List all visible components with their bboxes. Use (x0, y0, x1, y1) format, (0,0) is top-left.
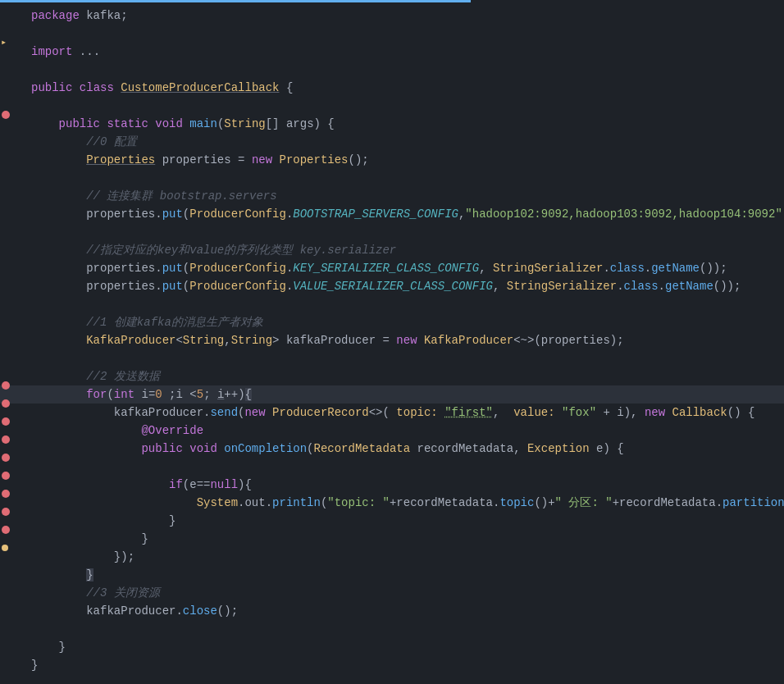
breakpoint-29 (2, 508, 10, 516)
code-5: public class CustomeProducerCallback { (23, 79, 784, 97)
line-21: //2 发送数据 (0, 367, 784, 385)
line-26 (0, 458, 784, 476)
line-23: kafkaProducer.send(new ProducerRecord<>(… (0, 404, 784, 422)
code-35 (23, 620, 784, 638)
line-7: public static void main(String[] args) { (0, 115, 784, 133)
fold-arrow-3: ▸ (1, 34, 7, 52)
code-19: KafkaProducer<String,String> kafkaProduc… (23, 331, 784, 349)
code-20 (23, 349, 784, 367)
breakpoint-28 (2, 490, 10, 498)
code-26 (23, 458, 784, 476)
line-16: properties.put(ProducerConfig.VALUE_SERI… (0, 277, 784, 295)
line-18: //1 创建kafka的消息生产者对象 (0, 313, 784, 331)
line-4 (0, 61, 784, 79)
line-9: Properties properties = new Properties()… (0, 151, 784, 169)
code-21: //2 发送数据 (23, 367, 784, 385)
line-8: //0 配置 (0, 133, 784, 151)
line-35 (0, 620, 784, 638)
line-10 (0, 169, 784, 187)
line-17 (0, 295, 784, 313)
code-23: kafkaProducer.send(new ProducerRecord<>(… (23, 404, 784, 422)
code-12: properties.put(ProducerConfig.BOOTSTRAP_… (23, 205, 784, 223)
line-13 (0, 223, 784, 241)
code-16: properties.put(ProducerConfig.VALUE_SERI… (23, 277, 784, 295)
line-15: properties.put(ProducerConfig.KEY_SERIAL… (0, 259, 784, 277)
code-28: System.out.println("topic: "+recordMetad… (23, 494, 784, 512)
code-34: kafkaProducer.close(); (23, 602, 784, 620)
code-3: import ... (23, 43, 784, 61)
line-19: KafkaProducer<String,String> kafkaProduc… (0, 331, 784, 349)
code-30: } (23, 530, 784, 548)
line-20 (0, 349, 784, 367)
line-3: ▸ import ... (0, 43, 784, 61)
line-12: properties.put(ProducerConfig.BOOTSTRAP_… (0, 205, 784, 223)
code-1: package kafka; (23, 7, 784, 25)
line-34: kafkaProducer.close(); (0, 602, 784, 620)
code-17 (23, 295, 784, 313)
code-22: for(int i=0 ;i <5; i++){ (23, 385, 784, 404)
line-6 (0, 97, 784, 115)
code-10 (23, 169, 784, 187)
code-25: public void onCompletion(RecordMetadata … (23, 440, 784, 458)
line-24: @Override (0, 422, 784, 440)
progress-bar (0, 0, 784, 2)
code-6 (23, 97, 784, 115)
line-27: if(e==null){ (0, 476, 784, 494)
line-2 (0, 25, 784, 43)
code-18: //1 创建kafka的消息生产者对象 (23, 313, 784, 331)
line-33: //3 关闭资源 (0, 584, 784, 602)
code-2 (23, 25, 784, 43)
breakpoint-27 (2, 472, 10, 480)
line-25: public void onCompletion(RecordMetadata … (0, 440, 784, 458)
breakpoint-25 (2, 435, 10, 444)
line-5: public class CustomeProducerCallback { (0, 79, 784, 97)
code-32: } (23, 566, 784, 584)
code-4 (23, 61, 784, 79)
line-1: package kafka; (0, 7, 784, 25)
code-37: } (23, 656, 784, 674)
code-13 (23, 223, 784, 241)
breakpoint-26 (2, 454, 10, 462)
code-33: //3 关闭资源 (23, 584, 784, 602)
code-8: //0 配置 (23, 133, 784, 151)
line-36: } (0, 638, 784, 656)
breakpoint-31 (2, 545, 8, 551)
code-15: properties.put(ProducerConfig.KEY_SERIAL… (23, 259, 784, 277)
code-36: } (23, 638, 784, 656)
code-editor: package kafka; ▸ import ... public class… (0, 0, 784, 684)
breakpoint-23 (2, 399, 10, 408)
line-31: }); (0, 548, 784, 566)
line-11: // 连接集群 bootstrap.servers (0, 187, 784, 205)
breakpoint-22 (2, 381, 10, 390)
code-31: }); (23, 548, 784, 566)
code-29: } (23, 512, 784, 530)
line-29: } (0, 512, 784, 530)
code-27: if(e==null){ (23, 476, 784, 494)
code-content: package kafka; ▸ import ... public class… (0, 0, 784, 674)
line-30: } (0, 530, 784, 548)
code-14: //指定对应的key和value的序列化类型 key.serializer (23, 241, 784, 259)
code-9: Properties properties = new Properties()… (23, 151, 784, 169)
line-14: //指定对应的key和value的序列化类型 key.serializer (0, 241, 784, 259)
code-11: // 连接集群 bootstrap.servers (23, 187, 784, 205)
code-7: public static void main(String[] args) { (23, 115, 784, 133)
line-37: } (0, 656, 784, 674)
breakpoint-24 (2, 417, 10, 426)
breakpoint-7 (2, 111, 10, 119)
line-32: } (0, 566, 784, 584)
line-22: for(int i=0 ;i <5; i++){ (0, 385, 784, 404)
line-28: System.out.println("topic: "+recordMetad… (0, 494, 784, 512)
code-24: @Override (23, 422, 784, 440)
breakpoint-30 (2, 526, 10, 534)
